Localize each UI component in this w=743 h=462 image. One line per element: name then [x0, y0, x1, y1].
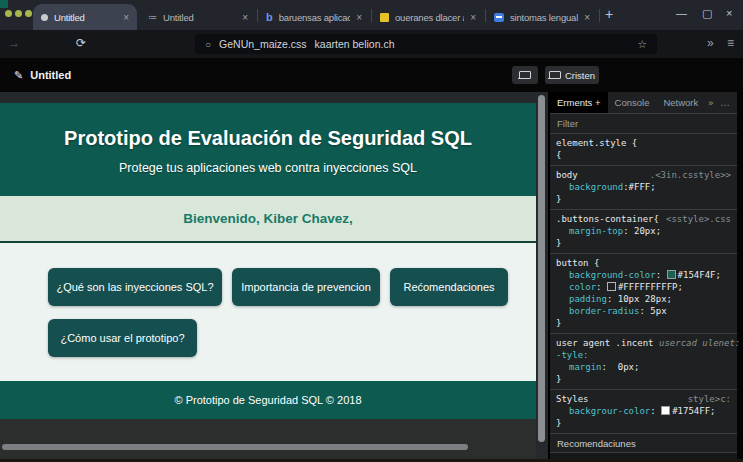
css-value[interactable]: 20px;	[634, 226, 661, 236]
address-bar[interactable]: ○ GeNUn_maize.css kaarten belion.ch ☆	[195, 34, 657, 54]
devtools-tab-console[interactable]: Console	[608, 92, 657, 113]
css-selector[interactable]: element.style {	[556, 137, 637, 149]
tab-separator	[485, 9, 486, 22]
tab-label: Untitled	[54, 12, 85, 23]
devtools-tab-elements[interactable]: Erments +	[550, 92, 608, 113]
page-subtitle: Protege tus aplicaciones web contra inye…	[0, 161, 536, 175]
tab-favicon-yellow-icon	[380, 13, 389, 22]
tab-close-icon[interactable]: ×	[123, 12, 129, 23]
tab-label: Untitled	[163, 12, 194, 23]
css-source-link[interactable]: style>c:	[688, 393, 731, 405]
button-como-usar-prototipo[interactable]: ¿Cómo usar el prototipo?	[48, 319, 197, 357]
css-value[interactable]: 5px	[650, 306, 666, 316]
css-source-link[interactable]: <sstyle>.css	[666, 213, 731, 225]
minimize-button[interactable]: —	[676, 7, 687, 19]
devtools-tab-network[interactable]: Network	[656, 92, 705, 113]
page-footer: © Prototipo de Seguridad SQL © 2018	[0, 381, 536, 419]
color-swatch[interactable]	[607, 282, 616, 291]
horizontal-scrollbar[interactable]	[2, 444, 468, 450]
corner-accent	[0, 0, 8, 8]
button-recomendaciones[interactable]: Rećomendaciones	[390, 268, 508, 306]
welcome-banner: Bienvenido, Kiber Chavez,	[0, 196, 536, 243]
css-value[interactable]: #154F4F;	[678, 270, 721, 280]
tab-favicon-b-icon: b	[266, 11, 273, 23]
css-value[interactable]: #1754FF;	[672, 406, 715, 416]
tab-close-icon[interactable]: ×	[584, 12, 590, 23]
tab-separator	[371, 9, 372, 22]
css-value[interactable]: 0px;	[618, 362, 640, 372]
devtools-status-text: Recomendaciunes	[557, 438, 636, 449]
close-window-button[interactable]: ×	[726, 7, 732, 19]
tab-separator	[257, 9, 258, 22]
css-value[interactable]: #FFFFFFFFFP;	[618, 282, 683, 292]
css-selector[interactable]: Styles	[556, 393, 589, 405]
forward-arrow-icon[interactable]: →	[8, 36, 20, 50]
css-rule-styles: Styles style>c: backgrour-color: #1754FF…	[550, 390, 737, 434]
color-swatch[interactable]	[667, 270, 676, 279]
tab-sintomas[interactable]: sintomas lenguale ss› ×	[486, 4, 598, 30]
devtools-more-tabs-icon[interactable]: »	[708, 98, 713, 108]
css-value[interactable]: 10px 28px;	[618, 294, 672, 304]
css-brace: }	[556, 373, 731, 385]
tab-close-icon[interactable]: ×	[242, 12, 248, 23]
reload-icon[interactable]: ⟳	[76, 36, 86, 50]
styles-filter-input[interactable]: Filter	[550, 114, 737, 134]
css-colon: :	[602, 362, 618, 372]
css-property[interactable]: color	[569, 282, 596, 292]
css-colon: :	[639, 306, 650, 316]
css-brace: }	[556, 193, 731, 205]
page-bottom-area	[0, 419, 536, 462]
tab-untitled-active[interactable]: Untitled ×	[33, 4, 137, 30]
welcome-text: Bienvenido, Kiber Chavez,	[183, 211, 353, 226]
css-selector[interactable]: user agent .incent usercad ulenet:	[556, 337, 740, 349]
traffic-light-icon[interactable]	[5, 10, 12, 17]
css-brace: }	[556, 237, 731, 249]
tab-baruensas[interactable]: b baruensas aplicaciones ×	[258, 4, 370, 30]
css-property[interactable]: background	[569, 182, 623, 192]
button-importancia-prevencion[interactable]: Importancia de prevencion	[232, 268, 380, 306]
tab-separator	[599, 9, 600, 22]
tab-untitled-2[interactable]: ≔ Untitled ×	[140, 4, 256, 30]
css-selector[interactable]: body	[556, 169, 578, 181]
css-property[interactable]: margin-top	[569, 226, 623, 236]
new-tab-button[interactable]: +	[605, 6, 613, 22]
styles-pane: element.style { { body .<3in.csstyle>> b…	[550, 134, 737, 434]
css-source-link[interactable]: .<3in.csstyle>>	[650, 169, 731, 181]
tab-oueranes[interactable]: oueranes dlacer afffirsl. ×	[372, 4, 484, 30]
devtools-tab-bar: Erments + Console Network » …	[550, 92, 737, 114]
site-info-icon[interactable]: ○	[205, 39, 211, 50]
laptop-icon	[519, 71, 531, 79]
traffic-light-icon[interactable]	[15, 10, 22, 17]
color-swatch[interactable]	[661, 406, 670, 415]
vertical-scrollbar[interactable]	[538, 95, 545, 442]
tab-close-icon[interactable]: ×	[356, 12, 362, 23]
profile-button[interactable]: Cristen	[545, 66, 599, 84]
devtools-menu-icon[interactable]: …	[720, 97, 737, 108]
app-title-bar: ✎ Untitled Cristen	[0, 58, 743, 92]
bookmark-star-icon[interactable]: ☆	[637, 38, 647, 51]
css-property[interactable]: background-color	[569, 270, 656, 280]
css-property[interactable]: border-radius	[569, 306, 639, 316]
css-property[interactable]: backgrour-color	[569, 406, 650, 416]
css-brace: }	[556, 417, 731, 429]
maximize-button[interactable]: ▢	[702, 7, 712, 20]
tab-label: sintomas lenguale ss›	[510, 12, 578, 23]
tab-close-icon[interactable]: ×	[470, 12, 476, 23]
css-property[interactable]: padding	[569, 294, 607, 304]
css-selector[interactable]: .buttons-container{	[556, 213, 659, 225]
extensions-overflow-icon[interactable]: »	[707, 36, 714, 50]
css-rule-user-agent: user agent .incent usercad ulenet: -tyle…	[550, 334, 737, 390]
css-rule-body: body .<3in.csstyle>> background:#FFF; }	[550, 166, 737, 210]
traffic-light-icon[interactable]	[25, 10, 32, 17]
css-source-link[interactable]: usercad ulenet:	[659, 338, 740, 348]
menu-icon[interactable]: ≡	[727, 36, 734, 50]
tab-favicon-lines-icon: ≔	[148, 12, 157, 22]
css-property[interactable]: -tyle:	[556, 349, 731, 361]
css-selector[interactable]: button {	[556, 257, 599, 269]
css-value[interactable]: #FFF;	[629, 182, 656, 192]
device-toolbar-button[interactable]	[512, 66, 538, 84]
footer-text: © Prototipo de Seguridad SQL © 2018	[174, 394, 361, 406]
tab-favicon-dot-icon	[41, 14, 48, 21]
button-que-son-inyecciones[interactable]: ¿Qué son las inyecciones SQL?	[48, 268, 222, 306]
css-property[interactable]: margin	[569, 362, 602, 372]
